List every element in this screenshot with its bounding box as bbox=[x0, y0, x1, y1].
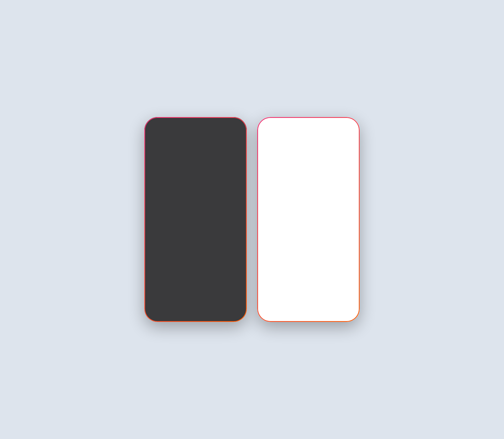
add-topics-label: Add topics bbox=[274, 261, 349, 266]
svg-rect-33 bbox=[264, 261, 269, 266]
svg-line-8 bbox=[186, 179, 187, 181]
tag-people-label: Tag people bbox=[274, 245, 349, 250]
svg-rect-12 bbox=[153, 223, 158, 227]
trial-description: In feed and Reels, your reel will only b… bbox=[274, 216, 354, 235]
phones-container: 9:41 bbox=[144, 117, 360, 322]
wifi-icon-2 bbox=[340, 121, 344, 125]
trial-row-icon bbox=[262, 208, 270, 215]
status-icons-1 bbox=[221, 121, 239, 125]
feature-text-2: You'll see key insights within 24 hours … bbox=[163, 242, 239, 259]
feature-text-3: Trial reels don't appear on your profile… bbox=[163, 263, 239, 280]
tag-people-chevron: › bbox=[353, 245, 354, 250]
back-button-2[interactable]: ‹ bbox=[262, 129, 264, 135]
svg-point-2 bbox=[202, 177, 202, 178]
trial-row: Trial NEW In feed and Reels, your reel w… bbox=[262, 203, 354, 240]
try-it-button[interactable]: Try it bbox=[152, 287, 239, 301]
add-topics-chevron: › bbox=[353, 261, 354, 266]
svg-point-1 bbox=[200, 177, 201, 178]
feature-item-1: Show a trial reel to non-followers to ge… bbox=[152, 221, 239, 237]
status-icons-2 bbox=[334, 121, 352, 125]
signal-icon-1 bbox=[221, 122, 226, 125]
feature-list: Show a trial reel to non-followers to ge… bbox=[152, 221, 239, 280]
share-button[interactable]: Share bbox=[310, 306, 354, 318]
status-bar-2: 9:41 bbox=[257, 117, 360, 127]
settings-section: Trial NEW In feed and Reels, your reel w… bbox=[257, 203, 360, 288]
phone-1: 9:41 bbox=[144, 117, 247, 322]
feature-item-2: You'll see key insights within 24 hours … bbox=[152, 242, 239, 259]
bottom-actions: Save draft Share bbox=[257, 301, 360, 322]
svg-marker-25 bbox=[265, 211, 267, 213]
modal-sheet: Try out content with a new audience usin… bbox=[144, 166, 247, 322]
svg-marker-13 bbox=[155, 224, 157, 226]
wifi-icon-1 bbox=[227, 121, 232, 125]
svg-rect-24 bbox=[264, 210, 269, 214]
save-draft-button[interactable]: Save draft bbox=[262, 306, 307, 318]
clock-alert-icon bbox=[152, 243, 159, 250]
nav-bar-1: ‹ New reel bbox=[144, 127, 247, 138]
svg-point-4 bbox=[188, 187, 189, 187]
svg-point-23 bbox=[154, 266, 156, 268]
tag-people-row[interactable]: Tag people › bbox=[262, 240, 354, 256]
back-button-1[interactable]: ‹ bbox=[150, 129, 151, 135]
feature-text-1: Show a trial reel to non-followers to ge… bbox=[163, 221, 239, 237]
svg-point-5 bbox=[190, 187, 191, 187]
reel-clock-icon bbox=[152, 221, 159, 229]
audience-chevron: › bbox=[353, 277, 354, 282]
svg-point-0 bbox=[198, 176, 204, 181]
tag-people-icon bbox=[262, 244, 270, 251]
trial-label: Trial bbox=[274, 209, 282, 213]
status-time-1: 9:41 bbox=[152, 121, 160, 125]
preview-label[interactable]: Preview bbox=[290, 140, 308, 147]
modal-title: Try out content with a new audience usin… bbox=[152, 200, 239, 215]
feature-item-3: Trial reels don't appear on your profile… bbox=[152, 263, 239, 280]
trial-toggle[interactable] bbox=[343, 208, 354, 215]
close-button[interactable]: Close bbox=[152, 305, 239, 314]
battery-icon-1 bbox=[233, 122, 239, 125]
trial-row-content: Trial NEW In feed and Reels, your reel w… bbox=[274, 208, 354, 235]
battery-icon-2 bbox=[346, 122, 352, 125]
signal-icon-2 bbox=[334, 122, 339, 125]
audience-label: Audience bbox=[274, 277, 349, 282]
phone-2-content: Preview Edit cover Write a caption... bbox=[257, 138, 360, 322]
status-time-2: 9:41 bbox=[265, 121, 272, 125]
trial-row-header: Trial NEW bbox=[274, 208, 354, 215]
nav-title-1: New reel bbox=[186, 129, 205, 135]
toggle-knob bbox=[343, 208, 349, 214]
nav-bar-2: ‹ New reel bbox=[257, 127, 360, 138]
audience-icon bbox=[262, 276, 270, 283]
modal-icon-area bbox=[152, 174, 239, 195]
svg-marker-7 bbox=[194, 182, 197, 185]
svg-point-29 bbox=[265, 245, 267, 248]
svg-line-10 bbox=[186, 185, 187, 186]
nav-title-2: New reel bbox=[299, 129, 318, 135]
dark-background: Try out content with a new audience usin… bbox=[144, 138, 247, 322]
svg-point-3 bbox=[187, 185, 192, 190]
video-preview: Preview Edit cover bbox=[287, 138, 329, 190]
add-topics-icon bbox=[262, 260, 270, 267]
caption-input[interactable]: Write a caption... bbox=[257, 195, 360, 203]
trial-illustration-icon bbox=[182, 174, 209, 195]
new-badge: NEW bbox=[285, 209, 296, 213]
audience-row[interactable]: Audience › bbox=[262, 272, 354, 288]
svg-line-19 bbox=[155, 247, 156, 247]
status-bar-1: 9:41 bbox=[144, 117, 247, 127]
phone-2: 9:41 bbox=[257, 117, 360, 322]
edit-cover-label[interactable]: Edit cover bbox=[297, 181, 321, 188]
add-topics-row[interactable]: Add topics › bbox=[262, 256, 354, 272]
profile-hidden-icon bbox=[152, 264, 159, 271]
